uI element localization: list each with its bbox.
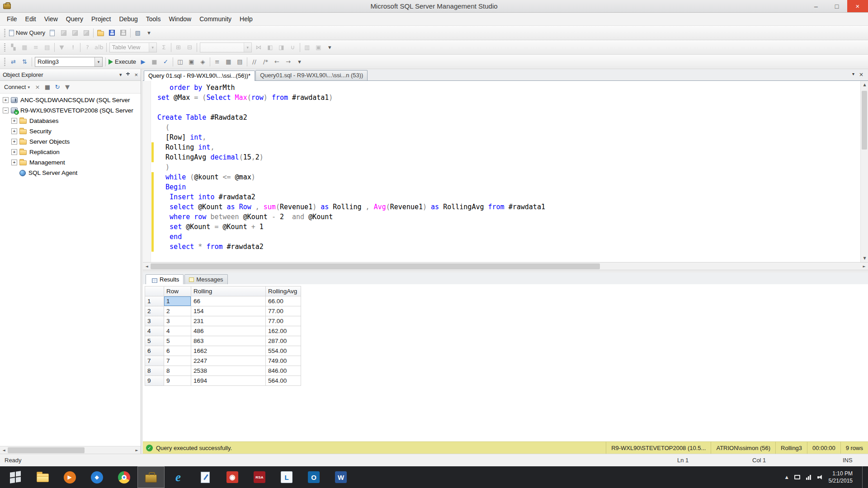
tree-node-management[interactable]: +Management xyxy=(0,157,141,168)
sql-editor[interactable]: order by YearMthset @Max = (Select Max(r… xyxy=(143,81,868,263)
properties-window-button[interactable]: ▣ xyxy=(313,42,324,53)
grid-cell[interactable]: 66 xyxy=(191,296,266,306)
row-header[interactable]: 1 xyxy=(145,296,164,306)
outlook-icon[interactable]: O xyxy=(300,466,327,488)
results-to-grid-button[interactable]: ▦ xyxy=(223,56,234,67)
disconnect-button[interactable]: × xyxy=(33,83,42,92)
totals-button[interactable]: Σ xyxy=(158,42,170,53)
toolbar-overflow-dropdown[interactable]: ▾ xyxy=(294,56,305,67)
grid-cell[interactable]: 287.00 xyxy=(266,336,301,346)
activity-monitor-button[interactable]: ▧ xyxy=(132,28,143,38)
inner-join-button[interactable]: ⋈ xyxy=(253,42,264,53)
row-header[interactable]: 4 xyxy=(145,326,164,336)
journal-icon[interactable] xyxy=(192,466,219,488)
document-tab[interactable]: Query01.sql - R9-WXL90\...\ssi...n (53)) xyxy=(255,70,368,80)
grid-cell[interactable]: 77.00 xyxy=(266,316,301,326)
menu-edit[interactable]: Edit xyxy=(21,14,40,24)
connect-query-button[interactable]: ⇄ xyxy=(8,56,19,67)
tree-node-anc-sqldw-ancsqldw-sql-server[interactable]: +ANC-SQLDW\ANCSQLDW (SQL Server xyxy=(0,95,141,105)
uncomment-button[interactable]: /* xyxy=(260,56,271,67)
verify-sql-syntax-button[interactable]: ? xyxy=(82,42,93,53)
internet-explorer-icon[interactable]: e xyxy=(165,466,192,488)
grid-cell[interactable]: 846.00 xyxy=(266,366,301,376)
grid-cell[interactable]: 9 xyxy=(164,376,191,386)
tree-node-r9-wxl90-stevetop2008-sql-server[interactable]: −R9-WXL90\STEVETOP2008 (SQL Server xyxy=(0,105,141,116)
scroll-left-icon[interactable]: ◄ xyxy=(0,446,8,454)
increase-indent-button[interactable]: → xyxy=(283,56,294,67)
row-header[interactable]: 8 xyxy=(145,366,164,376)
grid-cell[interactable]: 77.00 xyxy=(266,306,301,316)
menu-file[interactable]: File xyxy=(3,14,21,24)
grid-cell[interactable]: 8 xyxy=(164,366,191,376)
tree-node-security[interactable]: +Security xyxy=(0,126,141,136)
save-all-button[interactable] xyxy=(118,28,129,38)
query-options-button[interactable]: ▣ xyxy=(186,56,197,67)
rsa-token-icon[interactable]: RSA xyxy=(246,466,273,488)
row-header[interactable]: 2 xyxy=(145,306,164,316)
show-diagram-pane-button[interactable]: ▚ xyxy=(8,42,19,53)
table-view-combo[interactable]: Table View▾ xyxy=(109,42,157,52)
show-sql-pane-button[interactable]: ≡ xyxy=(30,42,42,53)
grid-cell[interactable]: 7 xyxy=(164,356,191,366)
code-line[interactable]: ) xyxy=(151,162,860,172)
menu-help[interactable]: Help xyxy=(236,14,257,24)
stop-button[interactable]: ■ xyxy=(43,83,52,92)
code-line[interactable]: set @Kount = @Kount + 1 xyxy=(151,222,860,232)
object-explorer-header[interactable]: Object Explorer ▾ × xyxy=(0,69,141,81)
column-header-row[interactable]: Row xyxy=(164,286,191,296)
rename-button[interactable]: alb xyxy=(93,42,105,53)
code-line[interactable]: select @Kount as Row , sum(Revenue1) as … xyxy=(151,202,860,212)
scroll-right-icon[interactable]: ► xyxy=(133,446,141,454)
grid-cell[interactable]: 2538 xyxy=(191,366,266,376)
right-join-button[interactable]: ◨ xyxy=(276,42,287,53)
code-line[interactable]: RollingAvg decimal(15,2) xyxy=(151,152,860,162)
clock[interactable]: 1:10 PM 5/21/2015 xyxy=(829,470,853,484)
tree-node-server-objects[interactable]: +Server Objects xyxy=(0,136,141,147)
grid-cell[interactable]: 863 xyxy=(191,336,266,346)
code-line[interactable]: end xyxy=(151,232,860,242)
menu-window[interactable]: Window xyxy=(165,14,195,24)
document-tab[interactable]: Query 01.sql - R9-WXL90\...\ssi...(56))* xyxy=(144,70,255,81)
change-type-button[interactable]: ▼ xyxy=(56,42,67,53)
save-button[interactable] xyxy=(106,28,118,38)
file-explorer-icon[interactable] xyxy=(29,466,56,488)
expander-icon[interactable]: + xyxy=(11,149,17,155)
column-header-rolling[interactable]: Rolling xyxy=(191,286,266,296)
comment-button[interactable]: // xyxy=(249,56,260,67)
grid-cell[interactable]: 564.00 xyxy=(266,376,301,386)
results-tab-messages[interactable]: Messages xyxy=(184,274,227,284)
results-to-file-button[interactable]: ▤ xyxy=(234,56,245,67)
grid-cell[interactable]: 5 xyxy=(164,336,191,346)
code-line[interactable]: Rolling int, xyxy=(151,142,860,152)
row-header[interactable]: 9 xyxy=(145,376,164,386)
intellisense-enabled-button[interactable]: ◈ xyxy=(197,56,208,67)
row-header[interactable]: 3 xyxy=(145,316,164,326)
maximize-button[interactable]: □ xyxy=(826,0,847,12)
manage-indexes-button[interactable]: ▥ xyxy=(302,42,313,53)
minimize-button[interactable]: – xyxy=(806,0,826,12)
filter-combo[interactable]: ▾ xyxy=(200,42,252,52)
grid-cell[interactable]: 486 xyxy=(191,326,266,336)
code-line[interactable]: Begin xyxy=(151,182,860,192)
chrome-icon[interactable] xyxy=(110,466,137,488)
media-app-icon[interactable]: ◉ xyxy=(219,466,246,488)
object-explorer-scrollbar[interactable]: ◄ ► xyxy=(0,446,141,454)
expander-icon[interactable]: − xyxy=(3,108,9,113)
execute-button[interactable]: Execute xyxy=(107,56,137,67)
results-tab-results[interactable]: Results xyxy=(146,274,184,284)
code-line[interactable]: [Row] int, xyxy=(151,132,860,142)
close-document-icon[interactable]: × xyxy=(859,71,863,78)
expander-icon[interactable]: + xyxy=(3,97,9,103)
open-file-button[interactable] xyxy=(95,28,106,38)
expander-icon[interactable]: + xyxy=(11,118,17,124)
expander-icon[interactable]: + xyxy=(11,160,17,165)
analysis-services-dmx-query-button[interactable] xyxy=(69,28,80,38)
word-icon[interactable]: W xyxy=(327,466,354,488)
tree-node-databases[interactable]: +Databases xyxy=(0,116,141,126)
code-line[interactable]: set @Max = (Select Max(row) from #rawdat… xyxy=(151,93,860,103)
grid-cell[interactable]: 554.00 xyxy=(266,346,301,356)
grid-cell[interactable]: 162.00 xyxy=(266,326,301,336)
menu-view[interactable]: View xyxy=(40,14,62,24)
change-connection-button[interactable]: ⇅ xyxy=(19,56,30,67)
row-header[interactable]: 7 xyxy=(145,356,164,366)
